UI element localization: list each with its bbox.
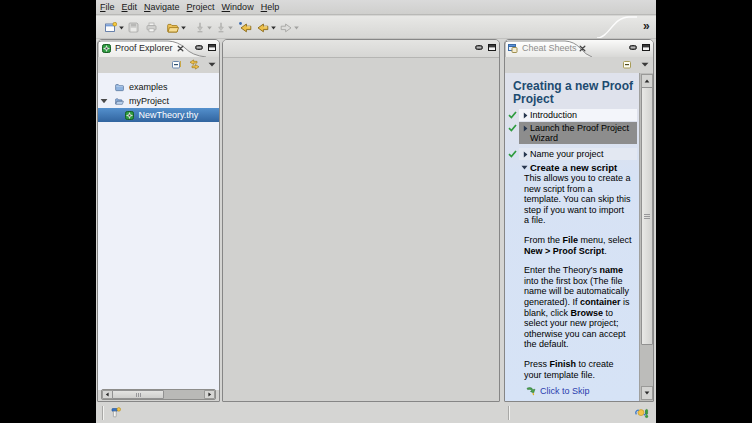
horizontal-scrollbar[interactable]: [101, 389, 216, 400]
prev-target-button[interactable]: [195, 21, 212, 34]
tree-item-label: NewTheory.thy: [137, 110, 201, 120]
scroll-down-button[interactable]: [641, 386, 653, 400]
step-expander-right-icon[interactable]: [523, 112, 528, 119]
theory-file-icon: [125, 111, 134, 120]
menu-navigate[interactable]: Navigate: [141, 1, 184, 14]
cheat-view-toolbar: [505, 57, 653, 73]
view-toolbar-icons: [622, 59, 651, 70]
folder-closed-icon: [115, 83, 124, 92]
check-icon: [508, 124, 517, 132]
pin-arrow-icon: [195, 22, 205, 33]
explorer-view-toolbar: [98, 57, 219, 73]
cheat-step-introduction[interactable]: Introduction: [505, 109, 640, 121]
skip-link[interactable]: Click to Skip: [526, 386, 590, 396]
minimize-button[interactable]: [195, 45, 203, 50]
screen: FileEditNavigateProjectWindowHelp » Proo…: [0, 0, 752, 423]
tree-item-newtheory-thy[interactable]: NewTheory.thy: [98, 108, 219, 122]
pin-arrow-icon: [216, 22, 226, 33]
grip-icon: [113, 391, 163, 398]
scroll-right-button[interactable]: [204, 390, 215, 399]
undo-step-button[interactable]: [240, 21, 252, 34]
view-buttons: [629, 44, 650, 51]
view-buttons: [195, 44, 216, 51]
toolbar-overflow-chevron[interactable]: »: [643, 19, 650, 33]
gold-back-arrow-icon: [257, 23, 269, 33]
editor-tabstrip: [223, 40, 499, 58]
cheat-step-name-your-project[interactable]: Name your project: [505, 148, 640, 160]
tree-item-label: examples: [127, 82, 170, 92]
dropdown-arrow-icon: [271, 26, 276, 30]
open-button[interactable]: [167, 21, 186, 34]
new-button[interactable]: [105, 21, 124, 34]
grip-icon: [642, 88, 652, 344]
view-toolbar-icons: [171, 59, 217, 70]
print-button[interactable]: [146, 21, 157, 34]
close-icon[interactable]: [177, 45, 184, 52]
cheat-step-create-a-new-script[interactable]: Create a new script: [505, 162, 640, 174]
step-label: Launch the Proof ProjectWizard: [530, 122, 636, 144]
scrollbar-thumb[interactable]: [641, 87, 653, 345]
tab-cheat-sheets-label: Cheat Sheets: [522, 43, 577, 53]
statusbar-separator: [508, 406, 510, 420]
prover-status-icon[interactable]: [111, 407, 121, 418]
save-icon: [128, 22, 139, 33]
folder-open-icon: [115, 97, 124, 106]
menu-window[interactable]: Window: [218, 1, 257, 14]
skip-link-label[interactable]: Click to Skip: [540, 386, 590, 396]
expander-icon[interactable]: [100, 98, 108, 104]
tree-item-examples[interactable]: examples: [98, 80, 219, 94]
tab-content: Proof Explorer: [102, 40, 184, 56]
link-with-editor-icon[interactable]: [189, 59, 200, 70]
update-notification-icon[interactable]: [635, 406, 649, 419]
menu-project[interactable]: Project: [183, 1, 218, 14]
statusbar-separator: [102, 406, 104, 420]
view-menu-icon[interactable]: [208, 62, 216, 67]
cheat-paragraph: Press Finish to createyour template file…: [524, 359, 638, 380]
maximize-button[interactable]: [642, 44, 650, 51]
dropdown-arrow-icon: [228, 26, 233, 30]
cheat-sheet-body: This allows you to create anew script fr…: [524, 173, 638, 389]
minimize-button[interactable]: [629, 45, 637, 50]
editor-area: [222, 39, 500, 402]
cheat-sheet-title: Creating a new ProofProject: [513, 80, 641, 105]
step-expander-down-icon[interactable]: [521, 165, 528, 170]
close-icon[interactable]: [579, 45, 586, 52]
step-label: Create a new script: [530, 162, 636, 174]
proof-general-icon: [102, 44, 111, 53]
scrollbar-thumb[interactable]: [112, 390, 164, 399]
back-button[interactable]: [257, 21, 276, 34]
new-wizard-icon: [105, 22, 117, 33]
dropdown-arrow-icon: [207, 26, 212, 30]
cheat-sheets-icon: [508, 44, 518, 53]
tab-content: Cheat Sheets: [508, 40, 586, 56]
cheat-sheet-steps: IntroductionLaunch the Proof ProjectWiza…: [505, 109, 640, 175]
menu-help[interactable]: Help: [257, 1, 283, 14]
toolbar-curve: [596, 16, 642, 38]
minimize-button[interactable]: [475, 45, 483, 50]
menu-file[interactable]: File: [97, 1, 119, 14]
cheat-step-launch-the-proof-project[interactable]: Launch the Proof ProjectWizard: [505, 122, 640, 144]
menu-edit[interactable]: Edit: [118, 1, 141, 14]
collapse-all-icon[interactable]: [171, 59, 182, 70]
project-tree: examplesmyProjectNewTheory.thy: [98, 73, 219, 390]
tree-item-myproject[interactable]: myProject: [98, 94, 219, 108]
step-expander-right-icon[interactable]: [523, 125, 528, 132]
tab-proof-explorer-label: Proof Explorer: [115, 43, 173, 53]
vertical-scrollbar[interactable]: [639, 73, 653, 401]
cheat-paragraph: Enter the Theory's nameinto the first bo…: [524, 265, 638, 350]
gray-forward-arrow-icon: [280, 23, 292, 33]
save-button[interactable]: [128, 21, 139, 34]
next-target-button[interactable]: [216, 21, 233, 34]
cheat-paragraph: This allows you to create anew script fr…: [524, 173, 638, 226]
forward-button[interactable]: [280, 21, 299, 34]
status-bar: [96, 402, 656, 423]
collapse-all-icon[interactable]: [622, 59, 633, 70]
view-menu-icon[interactable]: [641, 62, 649, 67]
cheat-tabstrip: Cheat Sheets: [505, 40, 653, 57]
dropdown-arrow-icon: [119, 26, 124, 30]
scroll-up-button[interactable]: [641, 74, 653, 88]
step-expander-right-icon[interactable]: [523, 151, 528, 158]
maximize-button[interactable]: [208, 44, 216, 51]
print-icon: [146, 22, 157, 33]
maximize-button[interactable]: [488, 44, 496, 51]
